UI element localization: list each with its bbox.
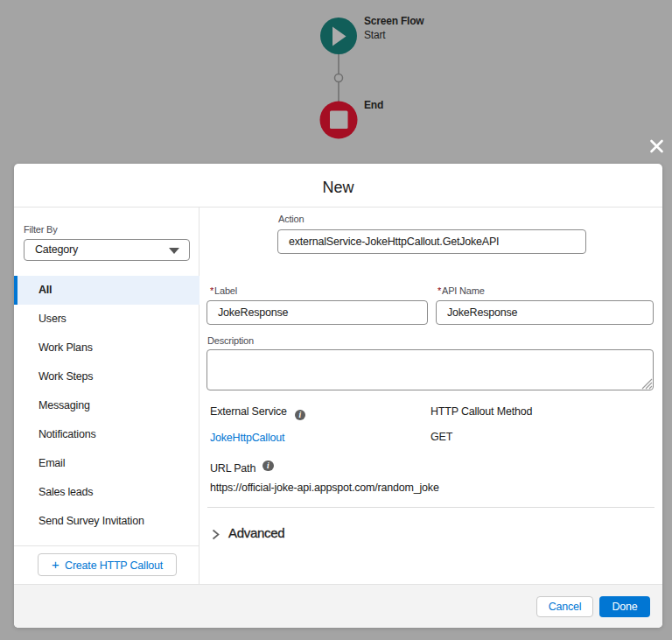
- svg-text:End: End: [364, 99, 383, 111]
- svg-text:Start: Start: [364, 29, 386, 41]
- svg-text:Screen Flow: Screen Flow: [364, 15, 424, 27]
